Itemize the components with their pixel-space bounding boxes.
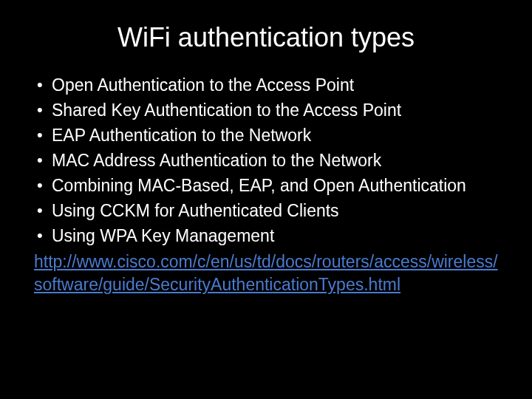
slide: WiFi authentication types Open Authentic… [0, 0, 532, 399]
reference-link[interactable]: http://www.cisco.com/c/en/us/td/docs/rou… [34, 250, 502, 296]
slide-title: WiFi authentication types [30, 22, 502, 53]
list-item: Combining MAC-Based, EAP, and Open Authe… [34, 174, 502, 197]
list-item: MAC Address Authentication to the Networ… [34, 149, 502, 172]
bullet-list: Open Authentication to the Access Point … [34, 74, 502, 248]
list-item: EAP Authentication to the Network [34, 124, 502, 147]
list-item: Shared Key Authentication to the Access … [34, 99, 502, 122]
list-item: Using WPA Key Management [34, 225, 502, 248]
list-item: Open Authentication to the Access Point [34, 74, 502, 97]
list-item: Using CCKM for Authenticated Clients [34, 200, 502, 222]
